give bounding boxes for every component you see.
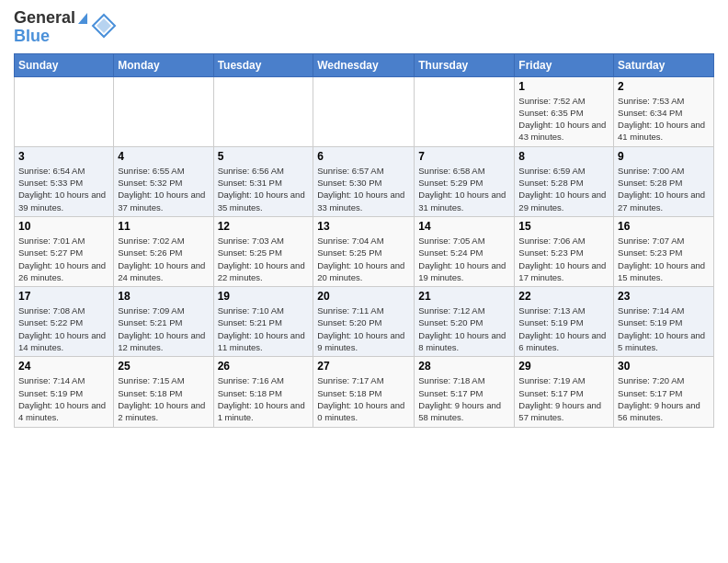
calendar-cell [213, 76, 313, 146]
calendar-cell: 23Sunrise: 7:14 AM Sunset: 5:19 PM Dayli… [614, 287, 714, 357]
calendar-cell: 5Sunrise: 6:56 AM Sunset: 5:31 PM Daylig… [213, 146, 313, 216]
calendar-cell: 19Sunrise: 7:10 AM Sunset: 5:21 PM Dayli… [213, 287, 313, 357]
calendar-cell: 11Sunrise: 7:02 AM Sunset: 5:26 PM Dayli… [114, 216, 213, 286]
calendar-cell: 29Sunrise: 7:19 AM Sunset: 5:17 PM Dayli… [515, 357, 614, 427]
day-info: Sunrise: 7:15 AM Sunset: 5:18 PM Dayligh… [118, 374, 209, 423]
day-number: 19 [218, 290, 310, 303]
calendar-cell: 3Sunrise: 6:54 AM Sunset: 5:33 PM Daylig… [15, 146, 114, 216]
calendar-cell: 13Sunrise: 7:04 AM Sunset: 5:25 PM Dayli… [313, 216, 415, 286]
day-info: Sunrise: 7:11 AM Sunset: 5:20 PM Dayligh… [317, 304, 410, 353]
header-wednesday: Wednesday [313, 53, 415, 76]
header-saturday: Saturday [614, 53, 714, 76]
day-number: 30 [618, 360, 710, 373]
calendar-cell [15, 76, 114, 146]
logo-icon [91, 13, 117, 42]
day-number: 7 [418, 150, 510, 163]
day-number: 21 [418, 290, 510, 303]
day-info: Sunrise: 7:09 AM Sunset: 5:21 PM Dayligh… [118, 304, 209, 353]
day-number: 24 [18, 360, 109, 373]
calendar-cell: 26Sunrise: 7:16 AM Sunset: 5:18 PM Dayli… [213, 357, 313, 427]
day-number: 10 [18, 220, 109, 233]
day-info: Sunrise: 7:07 AM Sunset: 5:23 PM Dayligh… [618, 235, 710, 283]
calendar-week-row: 1Sunrise: 7:52 AM Sunset: 6:35 PM Daylig… [15, 76, 714, 146]
day-info: Sunrise: 6:55 AM Sunset: 5:32 PM Dayligh… [118, 165, 209, 213]
calendar-cell: 9Sunrise: 7:00 AM Sunset: 5:28 PM Daylig… [614, 146, 714, 216]
day-number: 26 [218, 360, 310, 373]
calendar-header-row: Sunday Monday Tuesday Wednesday Thursday… [15, 53, 714, 76]
day-number: 15 [518, 220, 609, 233]
calendar-week-row: 10Sunrise: 7:01 AM Sunset: 5:27 PM Dayli… [15, 216, 714, 286]
day-info: Sunrise: 7:53 AM Sunset: 6:34 PM Dayligh… [618, 95, 710, 144]
header-friday: Friday [515, 53, 614, 76]
day-number: 25 [118, 360, 209, 373]
day-info: Sunrise: 6:56 AM Sunset: 5:31 PM Dayligh… [218, 165, 310, 213]
logo: General Blue [14, 9, 117, 46]
calendar-cell: 6Sunrise: 6:57 AM Sunset: 5:30 PM Daylig… [313, 146, 415, 216]
calendar-cell: 16Sunrise: 7:07 AM Sunset: 5:23 PM Dayli… [614, 216, 714, 286]
calendar-cell: 15Sunrise: 7:06 AM Sunset: 5:23 PM Dayli… [515, 216, 614, 286]
day-number: 14 [418, 220, 510, 233]
day-info: Sunrise: 7:14 AM Sunset: 5:19 PM Dayligh… [18, 374, 109, 423]
day-number: 12 [218, 220, 310, 233]
calendar-cell: 21Sunrise: 7:12 AM Sunset: 5:20 PM Dayli… [415, 287, 515, 357]
day-number: 18 [118, 290, 209, 303]
day-info: Sunrise: 7:10 AM Sunset: 5:21 PM Dayligh… [218, 304, 310, 353]
header-monday: Monday [114, 53, 213, 76]
day-number: 2 [618, 80, 710, 93]
day-info: Sunrise: 6:59 AM Sunset: 5:28 PM Dayligh… [518, 165, 609, 213]
day-info: Sunrise: 7:20 AM Sunset: 5:17 PM Dayligh… [618, 374, 710, 423]
logo-general: General [14, 9, 87, 28]
day-info: Sunrise: 6:58 AM Sunset: 5:29 PM Dayligh… [418, 165, 510, 213]
calendar-cell: 12Sunrise: 7:03 AM Sunset: 5:25 PM Dayli… [213, 216, 313, 286]
day-number: 22 [518, 290, 609, 303]
calendar-cell: 20Sunrise: 7:11 AM Sunset: 5:20 PM Dayli… [313, 287, 415, 357]
calendar-cell: 4Sunrise: 6:55 AM Sunset: 5:32 PM Daylig… [114, 146, 213, 216]
day-info: Sunrise: 7:52 AM Sunset: 6:35 PM Dayligh… [518, 95, 609, 144]
page-header: General Blue [14, 9, 714, 46]
calendar-cell [313, 76, 415, 146]
day-number: 28 [418, 360, 510, 373]
day-info: Sunrise: 7:03 AM Sunset: 5:25 PM Dayligh… [218, 235, 310, 283]
calendar-week-row: 3Sunrise: 6:54 AM Sunset: 5:33 PM Daylig… [15, 146, 714, 216]
calendar-cell: 22Sunrise: 7:13 AM Sunset: 5:19 PM Dayli… [515, 287, 614, 357]
day-info: Sunrise: 7:05 AM Sunset: 5:24 PM Dayligh… [418, 235, 510, 283]
day-info: Sunrise: 7:00 AM Sunset: 5:28 PM Dayligh… [618, 165, 710, 213]
calendar-cell [415, 76, 515, 146]
header-tuesday: Tuesday [213, 53, 313, 76]
day-info: Sunrise: 7:14 AM Sunset: 5:19 PM Dayligh… [618, 304, 710, 353]
logo-blue: Blue [14, 28, 87, 46]
day-number: 13 [317, 220, 410, 233]
calendar-cell [114, 76, 213, 146]
header-sunday: Sunday [15, 53, 114, 76]
day-number: 23 [618, 290, 710, 303]
calendar-cell: 28Sunrise: 7:18 AM Sunset: 5:17 PM Dayli… [415, 357, 515, 427]
calendar-cell: 25Sunrise: 7:15 AM Sunset: 5:18 PM Dayli… [114, 357, 213, 427]
page-container: General Blue Sunday Monday Tuesday Wedne… [0, 0, 728, 437]
logo-text: General Blue [14, 9, 87, 46]
calendar-cell: 8Sunrise: 6:59 AM Sunset: 5:28 PM Daylig… [515, 146, 614, 216]
calendar-cell: 7Sunrise: 6:58 AM Sunset: 5:29 PM Daylig… [415, 146, 515, 216]
day-number: 16 [618, 220, 710, 233]
day-info: Sunrise: 7:06 AM Sunset: 5:23 PM Dayligh… [518, 235, 609, 283]
calendar-cell: 14Sunrise: 7:05 AM Sunset: 5:24 PM Dayli… [415, 216, 515, 286]
day-info: Sunrise: 6:54 AM Sunset: 5:33 PM Dayligh… [18, 165, 109, 213]
calendar-cell: 24Sunrise: 7:14 AM Sunset: 5:19 PM Dayli… [15, 357, 114, 427]
day-number: 27 [317, 360, 410, 373]
day-info: Sunrise: 7:02 AM Sunset: 5:26 PM Dayligh… [118, 235, 209, 283]
day-number: 1 [518, 80, 609, 93]
day-number: 29 [518, 360, 609, 373]
calendar-week-row: 24Sunrise: 7:14 AM Sunset: 5:19 PM Dayli… [15, 357, 714, 427]
day-info: Sunrise: 7:17 AM Sunset: 5:18 PM Dayligh… [317, 374, 410, 423]
calendar-cell: 1Sunrise: 7:52 AM Sunset: 6:35 PM Daylig… [515, 76, 614, 146]
calendar-cell: 18Sunrise: 7:09 AM Sunset: 5:21 PM Dayli… [114, 287, 213, 357]
calendar-cell: 2Sunrise: 7:53 AM Sunset: 6:34 PM Daylig… [614, 76, 714, 146]
day-number: 5 [218, 150, 310, 163]
day-number: 4 [118, 150, 209, 163]
calendar-cell: 30Sunrise: 7:20 AM Sunset: 5:17 PM Dayli… [614, 357, 714, 427]
calendar-cell: 10Sunrise: 7:01 AM Sunset: 5:27 PM Dayli… [15, 216, 114, 286]
day-number: 3 [18, 150, 109, 163]
day-info: Sunrise: 7:19 AM Sunset: 5:17 PM Dayligh… [518, 374, 609, 423]
day-info: Sunrise: 7:18 AM Sunset: 5:17 PM Dayligh… [418, 374, 510, 423]
day-info: Sunrise: 7:12 AM Sunset: 5:20 PM Dayligh… [418, 304, 510, 353]
day-info: Sunrise: 7:01 AM Sunset: 5:27 PM Dayligh… [18, 235, 109, 283]
